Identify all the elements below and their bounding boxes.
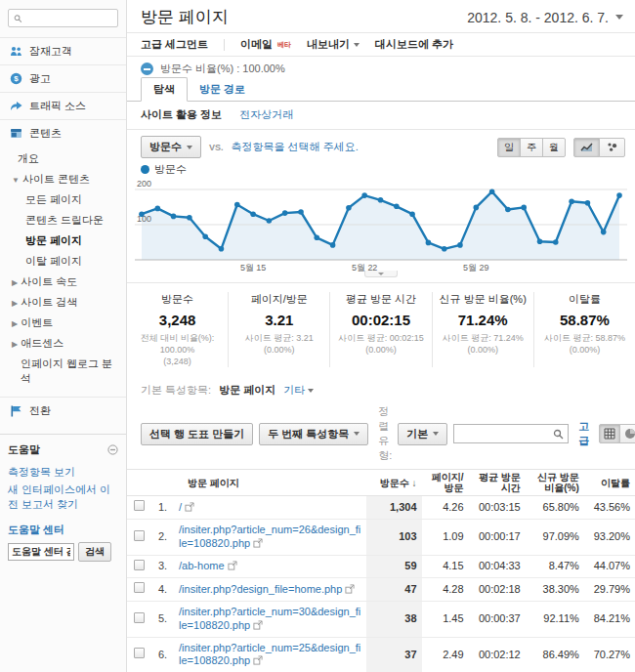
sidebar-search-input[interactable] [26, 12, 112, 24]
granularity-week-button[interactable]: 주 [520, 138, 543, 157]
chevron-down-icon [615, 15, 623, 20]
metric-value: 00:02:15 [332, 312, 429, 328]
row-avg-time: 00:00:17 [469, 520, 526, 556]
row-checkbox[interactable] [134, 500, 145, 511]
row-visits: 1,304 [366, 496, 421, 520]
subnav-ecommerce[interactable]: 전자상거래 [239, 107, 293, 122]
chevron-down-icon [354, 43, 360, 47]
chevron-right-icon: ▶ [12, 278, 18, 287]
sidebar-item-site-speed[interactable]: ▶사이트 속도 [0, 272, 126, 292]
external-link-icon[interactable] [228, 561, 237, 570]
percentage-view-button[interactable] [619, 424, 635, 443]
metric-subtext: 사이트 평균: 3.21(0.00%) [231, 332, 327, 356]
email-button[interactable]: 이메일베타 [240, 37, 291, 52]
sort-desc-icon: ↓ [412, 478, 417, 488]
header-landing-page[interactable]: 방문 페이지 [127, 470, 366, 496]
subnav-site-usage[interactable]: 사이트 활용 정보 [141, 107, 222, 122]
sidebar-item-site-content[interactable]: ▼사이트 콘텐츠 [0, 169, 126, 189]
external-link-icon[interactable] [253, 620, 263, 630]
metric-label: 평균 방문 시간 [332, 292, 429, 307]
advanced-search-link[interactable]: 고급 [578, 419, 589, 448]
advanced-segments-button[interactable]: 고급 세그먼트 [141, 37, 208, 52]
sidebar-item-conversions[interactable]: 전환 [0, 397, 126, 424]
sidebar-item-content-drilldown[interactable]: 콘텐츠 드릴다운 [0, 210, 126, 231]
landing-page-link[interactable]: /ab-home [179, 560, 224, 571]
line-chart-button[interactable] [573, 138, 600, 157]
plot-rows-button[interactable]: 선택 행 도표 만들기 [141, 423, 253, 445]
row-checkbox[interactable] [134, 530, 145, 541]
header-avg-time[interactable]: 평균 방문 시간 [469, 470, 526, 496]
row-bounce-rate: 43.56% [584, 496, 635, 520]
help-link-view-metrics[interactable]: 측정항목 보기 [8, 463, 118, 481]
help-search-button[interactable]: 검색 [78, 542, 111, 562]
tab-visitor-flow[interactable]: 방문 경로 [188, 78, 257, 101]
sidebar-item-overview[interactable]: 개요 [0, 148, 126, 169]
granularity-month-button[interactable]: 월 [542, 138, 566, 157]
visits-chart-svg[interactable]: 1002005월 155월 225월 29 [135, 178, 627, 273]
divider [224, 39, 225, 51]
row-checkbox[interactable] [134, 612, 145, 623]
sidebar-item-audience[interactable]: 잠재고객 [0, 37, 126, 64]
table-row: 5./insiter.php?article_num=30&design_fil… [127, 602, 635, 638]
chevron-down-icon [354, 432, 360, 436]
help-search-input[interactable] [8, 543, 74, 561]
sidebar-item-traffic-sources[interactable]: 트래픽 소스 [0, 92, 126, 119]
landing-page-link[interactable]: /insiter.php?article_num=26&design_file=… [179, 524, 360, 549]
header-visits[interactable]: 방문수 ↓ [366, 470, 421, 496]
sidebar-item-exit-pages[interactable]: 이탈 페이지 [0, 251, 126, 272]
row-avg-time: 00:02:12 [469, 637, 526, 672]
row-new-visit-rate: 38.30% [526, 578, 584, 602]
sort-type-dropdown[interactable]: 기본 [398, 423, 447, 445]
motion-chart-button[interactable] [599, 138, 625, 157]
granularity-day-button[interactable]: 일 [497, 138, 521, 157]
row-checkbox[interactable] [134, 648, 145, 658]
svg-text:$: $ [14, 74, 19, 83]
secondary-dimension-button[interactable]: 두 번째 특성항목 [259, 423, 368, 445]
sidebar-item-inpage-analytics[interactable]: 인페이지 웹로그 분석 [0, 354, 126, 389]
sidebar-item-adsense[interactable]: ▶애드센스 [0, 333, 126, 354]
collapse-icon[interactable] [107, 444, 118, 455]
external-link-icon[interactable] [253, 538, 263, 548]
sidebar-item-events[interactable]: ▶이벤트 [0, 313, 126, 333]
series-dot-icon [141, 165, 149, 174]
search-icon[interactable] [553, 429, 564, 440]
export-button[interactable]: 내보내기 [307, 37, 360, 52]
sidebar-item-landing-pages[interactable]: 방문 페이지 [0, 231, 126, 251]
sidebar-item-label: 전환 [29, 403, 51, 418]
primary-dimension-value[interactable]: 방문 페이지 [219, 383, 275, 398]
sidebar-item-content[interactable]: 콘텐츠 [0, 119, 126, 147]
header-bounce-rate[interactable]: 이탈률 [584, 470, 635, 496]
sidebar-item-site-search[interactable]: ▶사이트 검색 [0, 292, 126, 313]
sidebar-item-advertising[interactable]: $ 광고 [0, 64, 126, 92]
motion-chart-icon [607, 142, 617, 152]
date-range-text: 2012. 5. 8. - 2012. 6. 7. [467, 10, 609, 25]
landing-page-link[interactable]: / [179, 501, 182, 513]
legend-label: 방문수 [154, 162, 187, 177]
granularity-group: 일 주 월 [497, 138, 566, 157]
header-pages-per-visit[interactable]: 페이지/방문 [422, 470, 469, 496]
row-checkbox[interactable] [134, 582, 145, 593]
external-link-icon[interactable] [185, 502, 194, 512]
table-view-button[interactable] [599, 424, 620, 443]
row-checkbox[interactable] [134, 560, 145, 570]
dimension-other-dropdown[interactable]: 기타 [283, 383, 314, 398]
metric-dropdown[interactable]: 방문수 [141, 136, 201, 158]
landing-page-link[interactable]: /insiter.php?article_num=30&design_file=… [179, 606, 360, 631]
help-center-label[interactable]: 도움말 센터 [8, 523, 118, 537]
landing-page-link[interactable]: /insiter.php?design_file=home.php [179, 583, 342, 595]
metric-value: 3.21 [231, 312, 327, 328]
sidebar-item-all-pages[interactable]: 모든 페이지 [0, 189, 126, 210]
table-search-input[interactable] [459, 427, 553, 441]
header-new-visit-rate[interactable]: 신규 방문 비율(%) [526, 470, 584, 496]
add-to-dashboard-button[interactable]: 대시보드에 추가 [375, 37, 453, 52]
search-icon [14, 14, 22, 23]
help-link-find-reports[interactable]: 새 인터페이스에서 이전 보고서 찾기 [8, 481, 118, 513]
select-metric-link[interactable]: 측정항목을 선택해 주세요. [232, 140, 359, 154]
external-link-icon[interactable] [345, 584, 355, 594]
row-rank: 3. [150, 555, 174, 578]
table-row: 2./insiter.php?article_num=26&design_fil… [127, 520, 635, 556]
tab-explorer[interactable]: 탐색 [141, 77, 188, 102]
external-link-icon[interactable] [253, 655, 263, 665]
date-range-picker[interactable]: 2012. 5. 8. - 2012. 6. 7. [467, 10, 623, 25]
landing-page-link[interactable]: /insiter.php?article_num=25&design_file=… [179, 642, 360, 667]
